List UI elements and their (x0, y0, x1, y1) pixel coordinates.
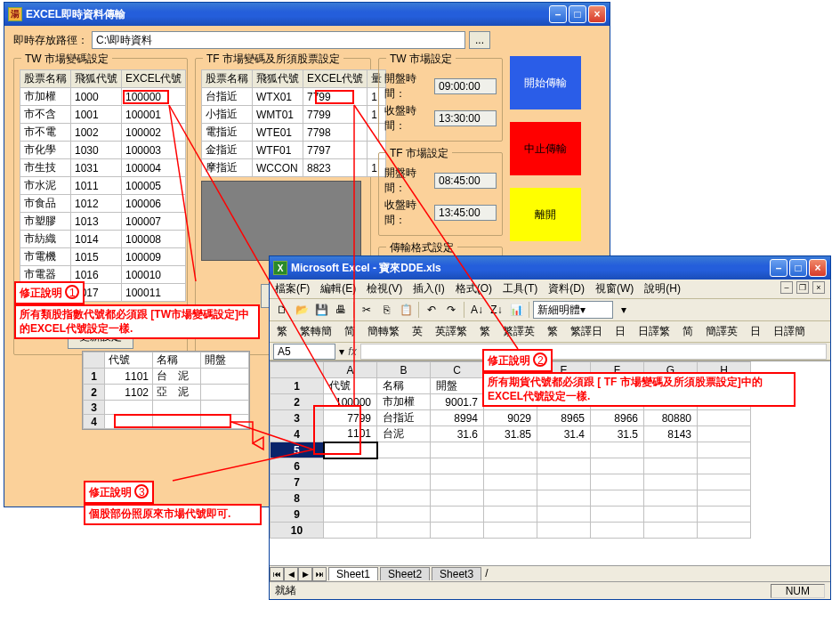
table-row[interactable]: 市食品1012100006 (20, 195, 186, 213)
translate-item[interactable]: 英 (408, 323, 426, 340)
tab-nav-first-icon[interactable]: ⏮ (270, 567, 284, 581)
menu-item[interactable]: 視窗(W) (595, 281, 634, 296)
tf-table[interactable]: 股票名稱飛狐代號EXCEL代號量台指近WTX0177991小指近WMT01779… (201, 69, 386, 177)
start-button[interactable]: 開始傳輸 (510, 56, 581, 109)
table-row[interactable]: 11101台 泥 (84, 369, 249, 385)
table-row[interactable]: 小指近WMT0177991 (202, 106, 386, 124)
menu-item[interactable]: 格式(O) (456, 281, 492, 296)
font-selector[interactable]: 新細明體 ▾ (533, 301, 613, 319)
translate-item[interactable]: 简 (679, 323, 697, 340)
translate-item[interactable]: 簡譯英 (702, 323, 741, 340)
tw-table[interactable]: 股票名稱飛狐代號EXCEL代號市加權1000100000市不含100110000… (20, 69, 186, 302)
translate-item[interactable]: 簡轉繁 (364, 323, 403, 340)
sort-desc-icon[interactable]: Z↓ (488, 301, 505, 319)
excel-translate-toolbar[interactable]: 繁繁轉簡简簡轉繁英英譯繁繁繁譯英繁繁譯日日日譯繁简簡譯英日日譯簡 (270, 321, 830, 343)
table-row[interactable]: 7 (271, 474, 751, 490)
table-row[interactable]: 市紡織1014100008 (20, 231, 186, 248)
sheet-tab[interactable]: Sheet3 (432, 567, 481, 580)
tw-close-input[interactable] (434, 110, 497, 126)
formula-input[interactable] (360, 344, 827, 360)
tf-close-input[interactable] (434, 205, 497, 221)
tab-nav-prev-icon[interactable]: ◀ (284, 567, 298, 581)
menu-item[interactable]: 工具(T) (503, 281, 537, 296)
translate-item[interactable]: 英譯繁 (432, 323, 471, 340)
dropdown-icon[interactable]: ▾ (615, 301, 633, 319)
translate-item[interactable]: 日 (611, 323, 629, 340)
translate-item[interactable]: 繁 (544, 323, 561, 340)
table-row[interactable]: 3 (84, 401, 249, 415)
table-row[interactable]: 台指近WTX0177991 (202, 88, 386, 106)
menu-item[interactable]: 插入(I) (413, 281, 444, 296)
excel-menubar[interactable]: 檔案(F)編輯(E)檢視(V)插入(I)格式(O)工具(T)資料(D)視窗(W)… (270, 280, 830, 299)
path-input[interactable] (92, 31, 465, 49)
table-row[interactable]: 9 (271, 506, 751, 523)
redo-icon[interactable]: ↷ (442, 301, 460, 319)
fx-icon[interactable]: fx (344, 345, 360, 358)
table-row[interactable]: 4 (84, 415, 249, 429)
menu-item[interactable]: 說明(H) (644, 281, 681, 296)
table-row[interactable]: 市不含1001100001 (20, 106, 186, 124)
menu-item[interactable]: 資料(D) (548, 281, 585, 296)
excel-titlebar[interactable]: X Microsoft Excel - 寶來DDE.xls – □ × (270, 256, 830, 280)
mdi-min-icon[interactable]: – (780, 281, 793, 294)
table-row[interactable]: 金指近WTF017797 (202, 142, 386, 159)
col-header[interactable]: B (377, 362, 431, 378)
leave-button[interactable]: 離開 (510, 188, 581, 241)
sheet-tab[interactable]: Sheet1 (328, 567, 378, 580)
new-icon[interactable]: 🗋 (273, 301, 291, 319)
col-header[interactable] (271, 362, 324, 378)
mdi-restore-icon[interactable]: ❐ (796, 281, 809, 294)
table-row[interactable]: 市電機1015100009 (20, 248, 186, 266)
tab-nav-last-icon[interactable]: ⏭ (312, 567, 327, 581)
cut-icon[interactable]: ✂ (358, 301, 376, 319)
table-row[interactable]: 電指近WTE017798 (202, 124, 386, 142)
table-row[interactable]: 市塑膠1013100007 (20, 213, 186, 231)
browse-button[interactable]: ... (469, 31, 490, 49)
sort-asc-icon[interactable]: A↓ (468, 301, 486, 319)
tw-open-input[interactable] (434, 78, 497, 94)
translate-item[interactable]: 繁 (273, 323, 291, 340)
translate-item[interactable]: 繁 (476, 323, 494, 340)
stop-button[interactable]: 中止傳輸 (510, 122, 581, 175)
col-header[interactable]: C (431, 362, 484, 378)
paste-icon[interactable]: 📋 (397, 301, 415, 319)
minimize-button[interactable]: – (549, 5, 567, 23)
translate-item[interactable]: 日譯繁 (634, 323, 674, 340)
table-row[interactable]: 10 (271, 523, 751, 539)
table-row[interactable]: 8 (271, 490, 751, 506)
save-icon[interactable]: 💾 (312, 301, 330, 319)
table-row[interactable]: 6 (271, 458, 751, 474)
menu-item[interactable]: 檢視(V) (367, 281, 402, 296)
mdi-close-icon[interactable]: × (812, 281, 825, 294)
tf-open-input[interactable] (434, 173, 497, 189)
table-row[interactable]: 摩指近WCCON88231 (202, 159, 386, 177)
translate-item[interactable]: 简 (341, 323, 359, 340)
translate-item[interactable]: 繁譯日 (567, 323, 606, 340)
table-row[interactable]: 41101台泥31.631.8531.431.58143 (271, 426, 751, 442)
name-box[interactable]: A5 (273, 344, 335, 360)
table-row[interactable]: 市加權1000100000 (20, 88, 186, 106)
print-icon[interactable]: 🖶 (332, 301, 350, 319)
menu-item[interactable]: 編輯(E) (320, 281, 356, 296)
col-header[interactable]: A (324, 362, 377, 378)
undo-icon[interactable]: ↶ (423, 301, 440, 319)
translate-item[interactable]: 日譯簡 (770, 323, 809, 340)
open-icon[interactable]: 📂 (293, 301, 311, 319)
chart-icon[interactable]: 📊 (507, 301, 525, 319)
sheet-tab[interactable]: Sheet2 (380, 567, 430, 580)
excel-minimize-button[interactable]: – (770, 259, 788, 277)
excel-close-button[interactable]: × (809, 259, 827, 277)
excel-maximize-button[interactable]: □ (789, 259, 807, 277)
app-titlebar[interactable]: 湯 EXCEL即時資料傳輸 – □ × (4, 3, 610, 26)
table-row[interactable]: 37799台指近899490298965896680880 (271, 410, 751, 426)
table-row[interactable]: 5 (271, 442, 751, 458)
table-row[interactable]: 市不電1002100002 (20, 124, 186, 142)
translate-item[interactable]: 繁譯英 (499, 323, 538, 340)
translate-item[interactable]: 繁轉簡 (296, 323, 335, 340)
table-row[interactable]: 市水泥1011100005 (20, 177, 186, 195)
menu-item[interactable]: 檔案(F) (275, 281, 310, 296)
table-row[interactable]: 市生技1031100004 (20, 159, 186, 177)
sheet-tabs[interactable]: ⏮ ◀ ▶ ⏭ Sheet1Sheet2Sheet3/ (270, 565, 830, 581)
maximize-button[interactable]: □ (569, 5, 586, 23)
tab-nav-next-icon[interactable]: ▶ (298, 567, 312, 581)
